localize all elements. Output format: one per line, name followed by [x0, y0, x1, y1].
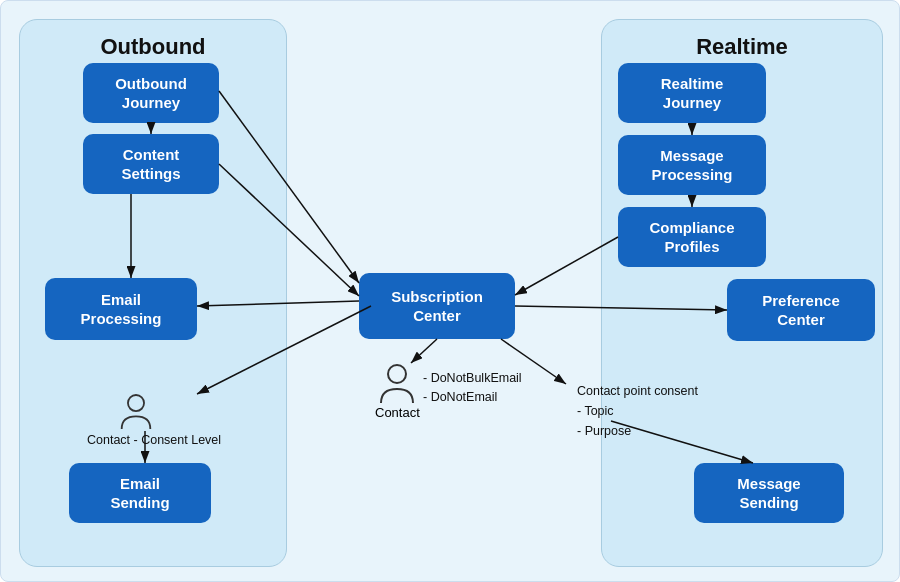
subscription-center-box: SubscriptionCenter: [359, 273, 515, 339]
svg-point-1: [128, 395, 144, 411]
contact-left-icon: [119, 393, 153, 431]
preference-center-box: PreferenceCenter: [727, 279, 875, 341]
main-container: Outbound Realtime OutboundJourney Conten…: [0, 0, 900, 582]
svg-line-8: [411, 339, 437, 363]
svg-point-0: [388, 365, 406, 383]
message-sending-box: MessageSending: [694, 463, 844, 523]
compliance-profiles-box: ComplianceProfiles: [618, 207, 766, 267]
contact-left: [119, 393, 153, 431]
contact-center-icon: [378, 363, 416, 405]
contact-right-items: Contact point consent- Topic- Purpose: [577, 381, 698, 441]
content-settings-box: ContentSettings: [83, 134, 219, 194]
outbound-journey-box: OutboundJourney: [83, 63, 219, 123]
contact-center: Contact: [375, 363, 420, 420]
contact-left-label: Contact - Consent Level: [87, 431, 221, 450]
realtime-journey-box: RealtimeJourney: [618, 63, 766, 123]
contact-center-label: Contact: [375, 405, 420, 420]
contact-center-items: - DoNotBulkEmail- DoNotEmail: [423, 369, 522, 407]
outbound-title: Outbound: [20, 20, 286, 60]
email-processing-box: EmailProcessing: [45, 278, 197, 340]
email-sending-box: EmailSending: [69, 463, 211, 523]
realtime-title: Realtime: [602, 20, 882, 60]
message-processing-box: MessageProcessing: [618, 135, 766, 195]
